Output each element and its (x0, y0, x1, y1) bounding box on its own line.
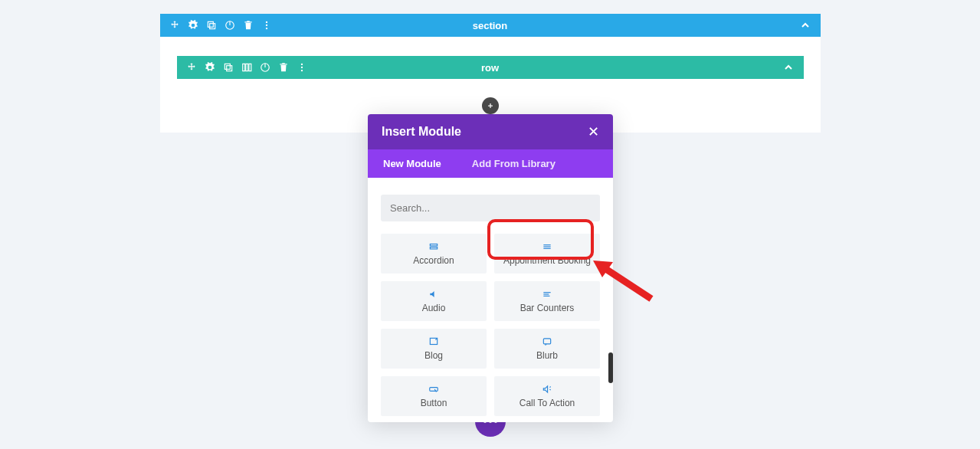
columns-icon[interactable] (241, 62, 252, 73)
section-bar: section (160, 14, 821, 37)
move-icon[interactable] (169, 20, 180, 31)
svg-rect-27 (430, 388, 438, 392)
svg-rect-0 (208, 21, 213, 27)
module-blog[interactable]: Blog (381, 329, 487, 369)
power-icon[interactable] (225, 20, 235, 31)
close-icon[interactable]: ✕ (587, 126, 599, 138)
svg-point-4 (265, 21, 267, 23)
svg-point-16 (300, 70, 302, 71)
module-label: Button (385, 398, 482, 408)
row-toolbar (186, 62, 307, 73)
add-module-button[interactable] (482, 97, 499, 114)
module-label: Accordion (385, 255, 482, 266)
row-bar: row (177, 56, 804, 79)
module-label: Blurb (499, 350, 595, 361)
appointment-icon (499, 241, 595, 252)
svg-point-15 (300, 67, 302, 68)
module-label: Blog (385, 350, 482, 361)
module-label: Audio (385, 303, 482, 313)
collapse-section-icon[interactable] (799, 19, 811, 31)
modal-header: Insert Module ✕ (368, 114, 613, 149)
blog-icon (385, 336, 482, 347)
module-call-to-action[interactable]: Call To Action (494, 376, 600, 416)
duplicate-icon[interactable] (206, 20, 217, 31)
svg-rect-1 (209, 24, 215, 29)
svg-rect-26 (543, 339, 550, 344)
insert-module-modal: Insert Module ✕ New Module Add From Libr… (368, 114, 613, 422)
delete-icon[interactable] (278, 62, 289, 73)
more-icon[interactable] (261, 20, 272, 31)
modal-body: Accordion Appointment Booking Audio Bar … (368, 178, 613, 422)
row-label: row (481, 62, 499, 74)
svg-rect-8 (226, 66, 231, 71)
collapse-row-icon[interactable] (782, 61, 795, 74)
svg-point-6 (265, 28, 267, 29)
module-bar-counters[interactable]: Bar Counters (494, 281, 600, 321)
section-label: section (473, 20, 508, 31)
svg-rect-18 (430, 247, 437, 249)
bars-icon (499, 289, 595, 300)
delete-icon[interactable] (243, 20, 254, 31)
section-toolbar (169, 20, 272, 31)
audio-icon (385, 289, 482, 300)
more-icon[interactable] (297, 62, 307, 73)
svg-point-5 (265, 25, 267, 26)
module-blurb[interactable]: Blurb (494, 329, 600, 369)
modules-grid: Accordion Appointment Booking Audio Bar … (381, 234, 600, 416)
modal-title: Insert Module (382, 125, 461, 139)
duplicate-icon[interactable] (223, 62, 234, 73)
tab-add-from-library[interactable]: Add From Library (457, 149, 571, 178)
svg-rect-17 (430, 244, 437, 246)
module-accordion[interactable]: Accordion (381, 234, 487, 274)
svg-rect-11 (248, 64, 251, 70)
settings-icon[interactable] (205, 62, 215, 73)
module-button[interactable]: Button (381, 376, 487, 416)
svg-rect-9 (242, 64, 244, 70)
module-audio[interactable]: Audio (381, 281, 487, 321)
module-label: Bar Counters (499, 303, 595, 313)
svg-rect-10 (245, 64, 247, 70)
blurb-icon (499, 336, 595, 347)
module-appointment-booking[interactable]: Appointment Booking (494, 234, 600, 274)
module-label: Call To Action (499, 398, 595, 408)
module-label: Appointment Booking (499, 255, 595, 266)
cta-icon (499, 384, 595, 395)
svg-rect-7 (225, 64, 230, 69)
button-icon (385, 384, 482, 395)
move-icon[interactable] (186, 62, 197, 73)
settings-icon[interactable] (188, 20, 198, 31)
search-input[interactable] (381, 195, 600, 221)
power-icon[interactable] (260, 62, 270, 73)
svg-point-14 (300, 64, 302, 65)
scrollbar[interactable] (608, 352, 613, 383)
tab-new-module[interactable]: New Module (368, 149, 457, 178)
accordion-icon (385, 241, 482, 252)
modal-tabs: New Module Add From Library (368, 149, 613, 178)
